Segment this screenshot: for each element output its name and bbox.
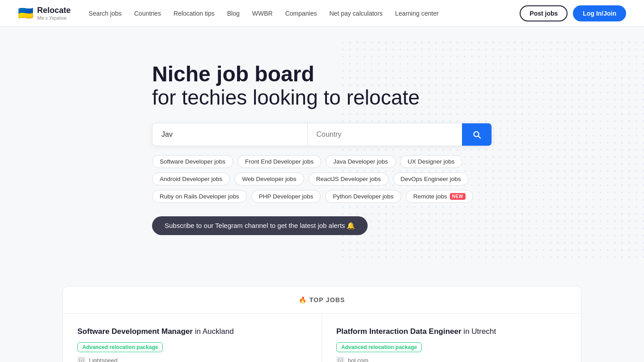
- nav-actions: Post jobs Log In/Join: [520, 5, 626, 21]
- nav-wwbr[interactable]: WWBR: [252, 10, 273, 17]
- company-name-1: bol.com: [348, 357, 369, 362]
- search-bar: [152, 123, 492, 146]
- nav-links: Search jobs Countries Relocation tips Bl…: [89, 10, 520, 17]
- nav-countries[interactable]: Countries: [134, 10, 161, 17]
- search-icon: [472, 130, 482, 139]
- nav-net-pay[interactable]: Net pay calculators: [329, 10, 382, 17]
- svg-rect-3: [80, 360, 81, 362]
- tag-devops-engineer[interactable]: DevOps Engineer jobs: [393, 173, 469, 185]
- search-button[interactable]: [462, 123, 491, 146]
- login-button[interactable]: Log In/Join: [573, 5, 626, 21]
- navbar: 🇺🇦 Relocate Ми з України Search jobs Cou…: [0, 0, 644, 27]
- telegram-text: Subscribe to our Telegram channel to get…: [165, 222, 355, 230]
- logo-sub: Ми з України: [37, 15, 71, 21]
- relocation-badge-0: Advanced relocation package: [77, 342, 163, 352]
- tag-java-developer[interactable]: Java Developer jobs: [326, 155, 395, 168]
- nav-learning[interactable]: Learning center: [395, 10, 439, 17]
- top-jobs-section: 🔥 TOP JOBS Software Development Manager …: [63, 286, 581, 362]
- tag-software-developer[interactable]: Software Developer jobs: [152, 155, 233, 168]
- tag-php-developer[interactable]: PHP Developer jobs: [251, 190, 321, 203]
- nav-relocation-tips[interactable]: Relocation tips: [174, 10, 215, 17]
- company-icon-0: [77, 357, 85, 362]
- job-card-1[interactable]: Platform Interaction Data Engineer in Ut…: [322, 314, 581, 362]
- logo[interactable]: 🇺🇦 Relocate Ми з України: [18, 6, 71, 21]
- jobs-grid: Software Development Manager in Auckland…: [63, 314, 581, 362]
- nav-search-jobs[interactable]: Search jobs: [89, 10, 122, 17]
- top-jobs-wrapper: 🔥 TOP JOBS Software Development Manager …: [0, 286, 644, 362]
- job-company-1: bol.com: [336, 357, 567, 362]
- job-company-0: Lightspeed: [77, 357, 307, 362]
- nav-blog[interactable]: Blog: [227, 10, 240, 17]
- tag-python-developer[interactable]: Python Developer jobs: [325, 190, 401, 203]
- country-input[interactable]: [308, 123, 462, 146]
- tag-ux-designer[interactable]: UX Designer jobs: [400, 155, 462, 168]
- new-badge: NEW: [450, 193, 466, 200]
- search-input[interactable]: [153, 123, 307, 146]
- post-jobs-button[interactable]: Post jobs: [520, 5, 568, 21]
- telegram-banner[interactable]: Subscribe to our Telegram channel to get…: [152, 216, 368, 235]
- tag-ruby-rails-developer[interactable]: Ruby on Rails Developer jobs: [152, 190, 247, 203]
- logo-text: Relocate: [37, 6, 71, 15]
- hero-title-light: for techies looking to relocate: [152, 86, 492, 109]
- svg-rect-8: [341, 360, 342, 362]
- svg-rect-4: [82, 360, 83, 362]
- tag-web-developer[interactable]: Web Developer jobs: [234, 173, 304, 185]
- hero-section: Niche job board for techies looking to r…: [0, 27, 644, 286]
- hero-title-bold: Niche job board: [152, 63, 492, 86]
- job-title-0: Software Development Manager in Auckland: [77, 326, 307, 337]
- job-title-1: Platform Interaction Data Engineer in Ut…: [336, 326, 567, 337]
- top-jobs-header: 🔥 TOP JOBS: [63, 286, 581, 314]
- svg-rect-9: [339, 359, 342, 360]
- nav-companies[interactable]: Companies: [285, 10, 317, 17]
- company-icon-1: [336, 357, 344, 362]
- svg-rect-5: [80, 359, 83, 360]
- company-name-0: Lightspeed: [89, 357, 118, 362]
- job-card-0[interactable]: Software Development Manager in Auckland…: [63, 314, 322, 362]
- tag-android-developer[interactable]: Android Developer jobs: [152, 173, 230, 185]
- hero-content: Niche job board for techies looking to r…: [152, 63, 492, 235]
- tag-front-end-developer[interactable]: Front End Developer jobs: [237, 155, 321, 168]
- tag-remote-jobs[interactable]: Remote jobs NEW: [406, 190, 473, 203]
- relocation-badge-1: Advanced relocation package: [336, 342, 422, 352]
- job-tags: Software Developer jobs Front End Develo…: [152, 155, 492, 203]
- tag-reactjs-developer[interactable]: ReactJS Developer jobs: [309, 173, 389, 185]
- hero-title: Niche job board for techies looking to r…: [152, 63, 492, 109]
- svg-rect-7: [339, 360, 340, 362]
